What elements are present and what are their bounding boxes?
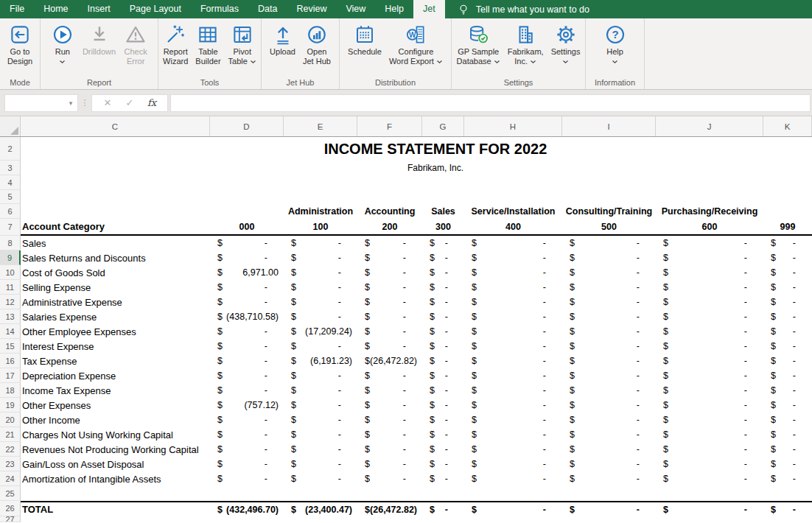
ribbon-tab-insert[interactable]: Insert <box>78 0 120 18</box>
cell-J26[interactable]: $- <box>656 502 763 516</box>
row-header-26[interactable]: 26 <box>0 501 21 516</box>
row-header-24[interactable]: 24 <box>0 471 21 486</box>
cell-I18[interactable]: $- <box>562 383 656 398</box>
cell-G9[interactable]: $- <box>422 250 464 265</box>
cancel-icon[interactable]: ✕ <box>97 97 119 108</box>
cell-K15[interactable]: $- <box>763 339 812 354</box>
configure-word-export-button[interactable]: WConfigureWord Export <box>385 22 447 66</box>
cell-F10[interactable]: $- <box>357 265 422 280</box>
cell-G11[interactable]: $- <box>422 280 464 295</box>
ribbon-tab-view[interactable]: View <box>336 0 375 18</box>
cell-C26[interactable]: TOTAL <box>21 502 210 516</box>
cell-D22[interactable]: $- <box>210 442 284 457</box>
go-to-design-button[interactable]: Go toDesign <box>4 22 36 66</box>
help-button[interactable]: ?Help <box>599 22 631 66</box>
cell-J23[interactable]: $- <box>656 457 763 471</box>
cell-I22[interactable]: $- <box>562 442 656 457</box>
cell-K9[interactable]: $- <box>763 250 812 265</box>
cell-I10[interactable]: $- <box>562 265 656 280</box>
cell-K11[interactable]: $- <box>763 280 812 295</box>
gp-sample-database-button[interactable]: GP SampleDatabase <box>453 22 504 66</box>
formula-input[interactable] <box>170 94 811 112</box>
cell-G16[interactable]: $- <box>422 354 464 368</box>
cell-H26[interactable]: $- <box>464 502 562 516</box>
column-header-D[interactable]: D <box>210 116 284 136</box>
select-all-button[interactable] <box>0 116 21 136</box>
cell-K26[interactable]: $- <box>763 502 812 516</box>
cell-F7[interactable]: 200 <box>357 219 422 234</box>
cell-I14[interactable]: $- <box>562 324 656 339</box>
cell-G24[interactable]: $- <box>422 471 464 486</box>
cell-H16[interactable]: $- <box>464 354 562 368</box>
cell-I21[interactable]: $- <box>562 427 656 442</box>
row-header-15[interactable]: 15 <box>0 339 21 354</box>
name-box[interactable]: ▾ <box>4 94 78 112</box>
cell-F13[interactable]: $- <box>357 309 422 324</box>
cell-E19[interactable]: $- <box>284 398 357 413</box>
cell-G6[interactable]: Sales <box>422 204 464 219</box>
cell-E6[interactable]: Administration <box>284 204 357 219</box>
column-header-C[interactable]: C <box>21 116 210 136</box>
cell-J22[interactable]: $- <box>656 442 763 457</box>
cell-C19[interactable]: Other Expenses <box>21 398 210 413</box>
cell-F14[interactable]: $- <box>357 324 422 339</box>
ribbon-tab-home[interactable]: Home <box>34 0 77 18</box>
cell-C6[interactable] <box>21 204 210 219</box>
tell-me-box[interactable]: Tell me what you want to do <box>457 0 589 18</box>
cell-I23[interactable]: $- <box>562 457 656 471</box>
column-header-G[interactable]: G <box>422 116 464 136</box>
cell-H19[interactable]: $- <box>464 398 562 413</box>
cell-I7[interactable]: 500 <box>562 219 656 234</box>
cell-C23[interactable]: Gain/Loss on Asset Disposal <box>21 457 210 471</box>
cell-D17[interactable]: $- <box>210 368 284 383</box>
cell-E15[interactable]: $- <box>284 339 357 354</box>
table-builder-button[interactable]: TableBuilder <box>192 22 224 66</box>
cell-C20[interactable]: Other Income <box>21 413 210 427</box>
cell-E22[interactable]: $- <box>284 442 357 457</box>
row-header-16[interactable]: 16 <box>0 354 21 368</box>
settings-button[interactable]: Settings <box>547 22 584 66</box>
cell-K20[interactable]: $- <box>763 413 812 427</box>
cell-C12[interactable]: Administrative Expense <box>21 295 210 309</box>
cell-K22[interactable]: $- <box>763 442 812 457</box>
cell-J10[interactable]: $- <box>656 265 763 280</box>
cell-I9[interactable]: $- <box>562 250 656 265</box>
cell-E13[interactable]: $- <box>284 309 357 324</box>
cell-F6[interactable]: Accounting <box>357 204 422 219</box>
name-box-dropdown-icon[interactable]: ▾ <box>64 99 77 107</box>
row-header-23[interactable]: 23 <box>0 457 21 471</box>
cell-D7[interactable]: 000 <box>210 219 284 234</box>
cell-J13[interactable]: $- <box>656 309 763 324</box>
cell-G15[interactable]: $- <box>422 339 464 354</box>
cell-K19[interactable]: $- <box>763 398 812 413</box>
ribbon-tab-help[interactable]: Help <box>375 0 413 18</box>
cell-D15[interactable]: $- <box>210 339 284 354</box>
cell-D18[interactable]: $- <box>210 383 284 398</box>
cell-J9[interactable]: $- <box>656 250 763 265</box>
cell-D11[interactable]: $- <box>210 280 284 295</box>
cell-H9[interactable]: $- <box>464 250 562 265</box>
cell-H23[interactable]: $- <box>464 457 562 471</box>
ribbon-tab-formulas[interactable]: Formulas <box>191 0 248 18</box>
cell-H8[interactable]: $- <box>464 236 562 250</box>
cell-C7[interactable]: Account Category <box>21 219 210 234</box>
enter-icon[interactable]: ✓ <box>119 97 141 108</box>
cell-J14[interactable]: $- <box>656 324 763 339</box>
cell-G13[interactable]: $- <box>422 309 464 324</box>
cell-G23[interactable]: $- <box>422 457 464 471</box>
row-header-11[interactable]: 11 <box>0 280 21 295</box>
cell-K6[interactable] <box>763 204 812 219</box>
cell-E7[interactable]: 100 <box>284 219 357 234</box>
row-header-12[interactable]: 12 <box>0 295 21 309</box>
row-header-10[interactable]: 10 <box>0 265 21 280</box>
open-jet-hub-button[interactable]: OpenJet Hub <box>299 22 335 66</box>
cell-F8[interactable]: $- <box>357 236 422 250</box>
fabrikam-inc-button[interactable]: Fabrikam,Inc. <box>504 22 547 66</box>
cell-D12[interactable]: $- <box>210 295 284 309</box>
cell-J16[interactable]: $- <box>656 354 763 368</box>
row-header-21[interactable]: 21 <box>0 427 21 442</box>
column-header-E[interactable]: E <box>284 116 357 136</box>
row-header-6[interactable]: 6 <box>0 204 21 219</box>
cell-E23[interactable]: $- <box>284 457 357 471</box>
cell-C15[interactable]: Interest Expense <box>21 339 210 354</box>
